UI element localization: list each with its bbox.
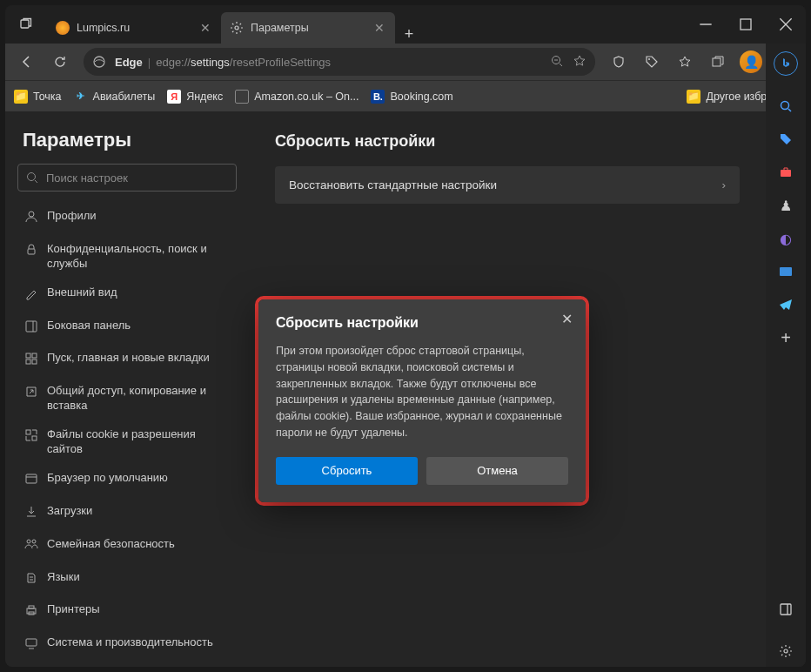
- sidebar-settings-button[interactable]: [766, 635, 806, 667]
- close-icon[interactable]: ✕: [198, 21, 212, 35]
- svg-point-3: [94, 57, 104, 67]
- new-tab-button[interactable]: +: [395, 25, 423, 44]
- nav-item-9[interactable]: Семейная безопасность: [17, 530, 237, 563]
- refresh-button[interactable]: [45, 47, 75, 77]
- page-icon: [235, 90, 249, 104]
- nav-icon: [24, 538, 38, 556]
- browser-window: Lumpics.ru ✕ Параметры ✕ + Edge | edg: [5, 5, 806, 667]
- favorite-icon[interactable]: [573, 54, 586, 71]
- nav-item-10[interactable]: Языки: [17, 563, 237, 596]
- nav-label: Профили: [47, 209, 97, 224]
- booking-icon: B.: [371, 90, 385, 104]
- nav-label: Семейная безопасность: [47, 537, 175, 552]
- folder-icon: 📁: [687, 90, 700, 104]
- nav-item-7[interactable]: Браузер по умолчанию: [17, 464, 237, 497]
- nav-item-12[interactable]: Система и производительность: [17, 628, 237, 662]
- tab-settings[interactable]: Параметры ✕: [221, 12, 395, 44]
- svg-rect-30: [780, 267, 792, 276]
- collections-button[interactable]: [703, 47, 733, 77]
- maximize-button[interactable]: [726, 5, 766, 44]
- nav-icon: [24, 636, 38, 655]
- nav-icon: [24, 319, 38, 338]
- cancel-button[interactable]: Отмена: [426, 457, 568, 485]
- favorites-button[interactable]: [670, 47, 700, 77]
- svg-rect-13: [26, 360, 30, 364]
- nav-item-6[interactable]: Файлы cookie и разрешения сайтов: [17, 420, 237, 464]
- dialog-close-button[interactable]: ✕: [558, 310, 575, 327]
- settings-search-input[interactable]: Поиск настроек: [17, 164, 237, 192]
- bookmark-amazon[interactable]: Amazon.co.uk – On...: [235, 90, 359, 104]
- tab-lumpics[interactable]: Lumpics.ru ✕: [47, 12, 221, 44]
- reset-button[interactable]: Сбросить: [276, 457, 418, 485]
- address-bar[interactable]: Edge | edge://settings/resetProfileSetti…: [84, 48, 595, 76]
- nav-label: Принтеры: [47, 602, 100, 617]
- svg-rect-9: [28, 249, 35, 254]
- sidebar-outlook-button[interactable]: [766, 256, 806, 287]
- yandex-icon: Я: [167, 90, 181, 104]
- back-button[interactable]: [12, 47, 42, 77]
- svg-rect-29: [781, 170, 791, 177]
- nav-label: Пуск, главная и новые вкладки: [47, 351, 210, 366]
- sidebar-search-button[interactable]: [766, 91, 806, 122]
- bing-chat-button[interactable]: [766, 44, 806, 84]
- svg-rect-15: [26, 430, 30, 434]
- nav-icon: [24, 571, 38, 589]
- tab-actions-button[interactable]: [5, 5, 47, 44]
- close-icon[interactable]: ✕: [372, 21, 386, 35]
- sidebar-shopping-button[interactable]: [766, 124, 806, 155]
- minimize-button[interactable]: [686, 5, 726, 44]
- nav-item-5[interactable]: Общий доступ, копирование и вставка: [17, 377, 237, 420]
- toolbar: Edge | edge://settings/resetProfileSetti…: [5, 44, 806, 80]
- svg-point-18: [27, 540, 30, 543]
- tabs: Lumpics.ru ✕ Параметры ✕ +: [47, 5, 686, 44]
- tabs-icon: [19, 17, 33, 31]
- nav-item-0[interactable]: Профили: [17, 202, 237, 235]
- edge-sidebar: ♟ ◐ +: [766, 44, 806, 667]
- tab-title: Параметры: [251, 22, 365, 34]
- restore-defaults-row[interactable]: Восстановить стандартные настройки ›: [275, 166, 740, 204]
- dialog-title: Сбросить настройки: [276, 315, 568, 331]
- nav-icon: [24, 243, 38, 261]
- svg-point-1: [235, 26, 238, 30]
- search-icon: [25, 171, 39, 185]
- tab-title: Lumpics.ru: [77, 22, 191, 34]
- price-button[interactable]: [637, 47, 667, 77]
- svg-rect-17: [26, 474, 37, 483]
- bookmark-tochka[interactable]: 📁Точка: [14, 90, 62, 104]
- nav-item-3[interactable]: Боковая панель: [17, 312, 237, 345]
- svg-point-5: [648, 58, 650, 60]
- sidebar-office-button[interactable]: ◐: [766, 223, 806, 254]
- svg-point-32: [784, 649, 788, 653]
- folder-icon: 📁: [14, 90, 28, 104]
- settings-title: Параметры: [17, 129, 237, 151]
- svg-rect-10: [26, 321, 37, 332]
- bing-icon: [774, 51, 798, 76]
- sidebar-add-button[interactable]: +: [766, 322, 806, 353]
- zoom-icon[interactable]: [550, 54, 564, 71]
- bookmark-yandex[interactable]: ЯЯндекс: [167, 90, 223, 104]
- sidebar-games-button[interactable]: ♟: [766, 190, 806, 221]
- plane-icon: ✈: [74, 90, 88, 104]
- sidebar-tools-button[interactable]: [766, 157, 806, 188]
- url-text: edge://settings/resetProfileSettings: [156, 56, 331, 69]
- nav-item-4[interactable]: Пуск, главная и новые вкладки: [17, 344, 237, 377]
- bookmark-aviasales[interactable]: ✈Авиабилеты: [74, 90, 156, 104]
- close-button[interactable]: [766, 5, 806, 44]
- nav-item-13[interactable]: Сбросить настройки: [17, 662, 237, 667]
- nav-label: Система и производительность: [47, 635, 213, 650]
- nav-label: Конфиденциальность, поиск и службы: [47, 242, 230, 272]
- profile-button[interactable]: 👤: [736, 47, 766, 77]
- nav-item-8[interactable]: Загрузки: [17, 497, 237, 530]
- bookmark-booking[interactable]: B.Booking.com: [371, 90, 452, 104]
- svg-rect-21: [29, 606, 34, 608]
- main-title: Сбросить настройки: [275, 132, 740, 151]
- nav-item-1[interactable]: Конфиденциальность, поиск и службы: [17, 235, 237, 279]
- sidebar-toggle-button[interactable]: [766, 594, 806, 625]
- nav-item-2[interactable]: Внешний вид: [17, 279, 237, 312]
- nav-label: Языки: [47, 570, 80, 585]
- nav-item-11[interactable]: Принтеры: [17, 595, 237, 628]
- tracking-button[interactable]: [604, 47, 633, 77]
- sidebar-telegram-button[interactable]: [766, 289, 806, 320]
- svg-rect-12: [32, 353, 37, 358]
- svg-rect-6: [713, 58, 721, 66]
